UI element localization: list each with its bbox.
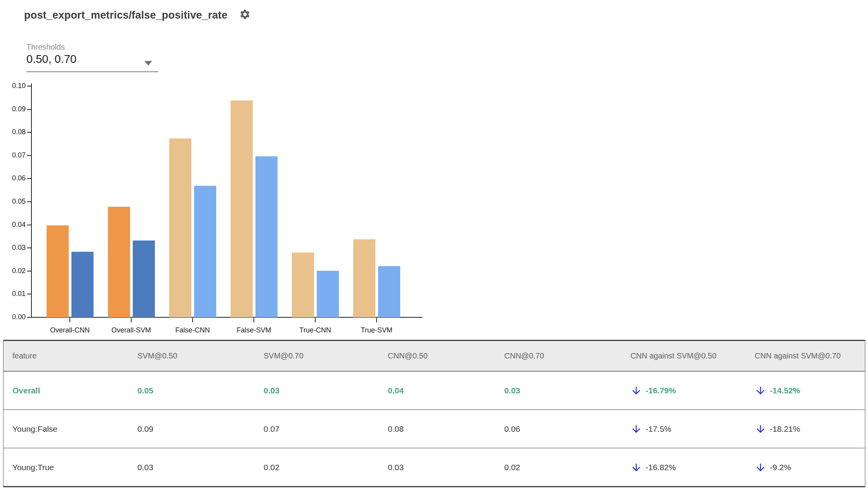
false-positive-rate-bar-chart: Overall-CNNOverall-SVMFalse-CNNFalse-SVM… [0,83,443,339]
y-tick-label: 0.01 [3,290,26,298]
bar-group: True-CNN [285,86,346,317]
down-arrow-icon [630,385,642,396]
down-arrow-icon [755,423,766,435]
header-cell: CNN@0.50 [388,351,504,360]
down-arrow-icon [755,385,766,396]
table-row: Young:False0.090.070.080.06-17.5%-18.21% [3,409,865,448]
delta-cell: -14.52% [755,385,865,396]
value-cell: 0.04 [388,386,504,395]
value-cell: 0.02 [264,463,388,472]
bar-group: False-CNN [162,86,223,317]
bar [378,266,400,317]
thresholds-label: Thresholds [26,43,65,52]
x-axis-label: True-SVM [342,326,411,334]
value-cell: 0.03 [137,463,264,472]
header-cell: feature [3,351,137,360]
y-tick-mark [27,294,32,294]
delta-cell: -17.5% [630,423,755,435]
header-cell: SVM@0.70 [264,351,388,360]
down-arrow-icon [755,462,766,473]
x-axis-label: Overall-CNN [35,326,104,334]
bar-group: True-SVM [346,86,407,317]
y-tick-label: 0.07 [3,151,26,159]
x-axis-label: False-CNN [158,326,227,334]
delta-cell: -16.82% [630,462,755,473]
bar [108,207,130,317]
y-tick-mark [27,201,32,202]
bar-group: False-SVM [223,86,285,317]
value-cell: 0.06 [504,424,630,434]
y-tick-mark [27,109,32,110]
y-tick-mark [27,132,32,133]
down-arrow-icon [630,462,642,473]
bar [71,252,94,317]
delta-value: -18.21% [770,424,800,434]
plot-area: Overall-CNNOverall-SVMFalse-CNNFalse-SVM… [32,86,421,317]
x-tick-mark [69,318,70,322]
x-tick-mark [376,318,377,322]
metrics-table: featureSVM@0.50SVM@0.70CNN@0.50CNN@0.70C… [3,340,865,487]
table-row: Overall0.050.030.040.03-16.79%-14.52% [3,372,865,409]
x-axis-label: False-SVM [219,326,288,334]
value-cell: 0.03 [264,386,388,395]
y-tick-label: 0.02 [3,267,26,275]
x-tick-mark [131,318,132,322]
bar [255,156,278,317]
thresholds-underline [26,71,158,72]
y-tick-label: 0.05 [3,197,26,206]
metric-title: post_export_metrics/false_positive_rate [24,9,227,21]
y-tick-label: 0.04 [3,221,26,229]
bar-groups: Overall-CNNOverall-SVMFalse-CNNFalse-SVM… [32,86,421,317]
x-tick-mark [253,318,254,322]
table-header-row: featureSVM@0.50SVM@0.70CNN@0.50CNN@0.70C… [3,341,865,372]
value-cell: 0.05 [137,386,264,395]
value-cell: 0.08 [388,424,504,434]
delta-cell: -16.79% [630,385,755,396]
bar [231,100,253,317]
y-tick-mark [27,271,32,272]
header-cell: CNN against SVM@0.70 [755,351,865,360]
x-tick-mark [192,318,193,322]
bar [292,253,314,317]
settings-gear-icon[interactable] [239,9,251,21]
y-tick-label: 0.08 [3,128,26,136]
y-tick-mark [27,225,32,225]
y-tick-mark [27,317,32,318]
feature-cell: Young:False [3,424,137,434]
x-axis-label: True-CNN [281,326,350,334]
bar-group: Overall-CNN [39,86,101,317]
down-arrow-icon [630,423,642,435]
chevron-down-icon[interactable] [144,61,152,66]
value-cell: 0.03 [388,463,504,472]
delta-value: -14.52% [770,386,800,395]
bar [133,241,155,317]
y-tick-label: 0.03 [3,244,26,252]
feature-cell: Young:True [3,463,137,472]
header-cell: CNN@0.70 [504,351,630,360]
delta-cell: -18.21% [755,423,865,435]
y-tick-mark [27,155,32,156]
delta-value: -17.5% [646,424,672,434]
feature-cell: Overall [3,386,137,395]
thresholds-select[interactable]: 0.50, 0.70 [26,53,76,66]
y-tick-mark [27,178,32,179]
bar-group: Overall-SVM [101,86,162,317]
bar [317,271,339,317]
delta-value: -16.79% [646,386,676,395]
table-row: Young:True0.030.020.030.02-16.82%-9.2% [3,448,865,486]
y-tick-label: 0.09 [3,105,26,113]
delta-value: -9.2% [770,463,791,472]
bar [353,239,375,317]
x-axis-label: Overall-SVM [97,326,166,334]
fairness-metrics-panel: post_export_metrics/false_positive_rate … [0,0,868,488]
y-tick-mark [27,86,32,87]
value-cell: 0.07 [264,424,388,434]
value-cell: 0.03 [504,386,630,395]
delta-value: -16.82% [646,463,676,472]
x-tick-mark [315,318,316,322]
y-tick-label: 0.06 [3,174,26,182]
bar [194,186,216,317]
value-cell: 0.09 [137,424,264,434]
value-cell: 0.02 [504,463,630,472]
y-tick-mark [27,247,32,248]
